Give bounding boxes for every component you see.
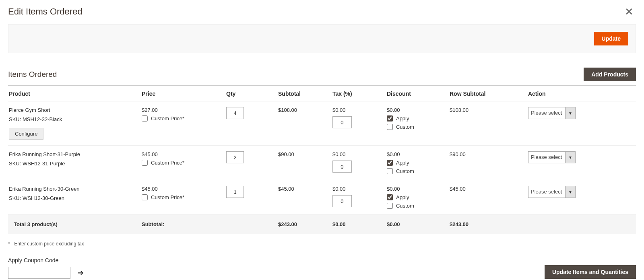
- totals-row: Total 3 product(s) Subtotal: $243.00 $0.…: [8, 215, 636, 234]
- discount-apply-checkbox[interactable]: [387, 194, 393, 200]
- discount-custom-label: Custom: [396, 203, 414, 209]
- action-select[interactable]: Please select▼: [528, 107, 576, 119]
- tax-amount: $0.00: [332, 186, 383, 192]
- product-name: Erika Running Short-31-Purple: [9, 151, 138, 157]
- totals-discount: $0.00: [386, 215, 449, 234]
- product-sku: SKU: WSH12-30-Green: [9, 195, 138, 201]
- discount-apply-label: Apply: [396, 115, 409, 121]
- discount-amount: $0.00: [387, 186, 446, 192]
- items-table: Product Price Qty Subtotal Tax (%) Disco…: [8, 86, 636, 234]
- qty-input[interactable]: [226, 186, 244, 198]
- col-qty: Qty: [225, 86, 277, 101]
- product-sku: SKU: MSH12-32-Black: [9, 116, 138, 122]
- top-action-bar: Update: [8, 24, 636, 53]
- totals-subtotal-label: Subtotal:: [141, 215, 225, 234]
- action-select[interactable]: Please select▼: [528, 151, 576, 163]
- subtotal-value: $45.00: [277, 180, 332, 215]
- totals-label: Total 3 product(s): [8, 215, 141, 234]
- subtotal-value: $108.00: [277, 101, 332, 146]
- col-product: Product: [8, 86, 141, 101]
- custom-price-checkbox[interactable]: [142, 194, 148, 200]
- col-discount: Discount: [386, 86, 449, 101]
- price-value: $27.00: [142, 107, 222, 113]
- configure-button[interactable]: Configure: [9, 128, 43, 140]
- product-name: Pierce Gym Short: [9, 107, 138, 113]
- row-subtotal-value: $90.00: [449, 146, 527, 180]
- tax-percent-input[interactable]: [332, 161, 352, 173]
- update-items-button[interactable]: Update Items and Quantities: [545, 265, 636, 279]
- subtotal-value: $90.00: [277, 146, 332, 180]
- tax-amount: $0.00: [332, 151, 383, 157]
- table-row: Erika Running Short-31-PurpleSKU: WSH12-…: [8, 146, 636, 180]
- product-sku: SKU: WSH12-31-Purple: [9, 161, 138, 167]
- coupon-label: Apply Coupon Code: [8, 257, 84, 264]
- discount-amount: $0.00: [387, 151, 446, 157]
- discount-apply-label: Apply: [396, 160, 409, 166]
- price-value: $45.00: [142, 151, 222, 157]
- qty-input[interactable]: [226, 107, 244, 119]
- col-price: Price: [141, 86, 225, 101]
- discount-apply-checkbox[interactable]: [387, 160, 393, 166]
- footnote: * - Enter custom price excluding tax: [8, 241, 636, 247]
- discount-apply-checkbox[interactable]: [387, 115, 393, 121]
- discount-custom-label: Custom: [396, 168, 414, 174]
- custom-price-label: Custom Price*: [151, 194, 184, 200]
- chevron-down-icon[interactable]: ▼: [565, 186, 576, 198]
- section-title: Items Ordered: [8, 70, 57, 79]
- apply-coupon-icon[interactable]: ➔: [78, 268, 84, 277]
- update-button[interactable]: Update: [594, 32, 628, 45]
- totals-subtotal: $243.00: [277, 215, 332, 234]
- price-value: $45.00: [142, 186, 222, 192]
- custom-price-checkbox[interactable]: [142, 160, 148, 166]
- table-row: Erika Running Short-30-GreenSKU: WSH12-3…: [8, 180, 636, 215]
- tax-amount: $0.00: [332, 107, 383, 113]
- row-subtotal-value: $108.00: [449, 101, 527, 146]
- row-subtotal-value: $45.00: [449, 180, 527, 215]
- discount-amount: $0.00: [387, 107, 446, 113]
- col-tax: Tax (%): [332, 86, 386, 101]
- custom-price-label: Custom Price*: [151, 115, 184, 121]
- page-title: Edit Items Ordered: [8, 6, 83, 17]
- add-products-button[interactable]: Add Products: [584, 68, 636, 81]
- discount-custom-checkbox[interactable]: [387, 203, 393, 209]
- tax-percent-input[interactable]: [332, 195, 352, 207]
- col-rowsub: Row Subtotal: [449, 86, 527, 101]
- discount-custom-label: Custom: [396, 124, 414, 130]
- totals-row-subtotal: $243.00: [449, 215, 527, 234]
- close-icon[interactable]: ✕: [625, 6, 636, 17]
- table-row: Pierce Gym ShortSKU: MSH12-32-BlackConfi…: [8, 101, 636, 146]
- product-name: Erika Running Short-30-Green: [9, 186, 138, 192]
- tax-percent-input[interactable]: [332, 116, 352, 128]
- custom-price-label: Custom Price*: [151, 160, 184, 166]
- custom-price-checkbox[interactable]: [142, 115, 148, 121]
- discount-custom-checkbox[interactable]: [387, 168, 393, 174]
- col-subtotal: Subtotal: [277, 86, 332, 101]
- chevron-down-icon[interactable]: ▼: [565, 151, 576, 163]
- discount-apply-label: Apply: [396, 194, 409, 200]
- discount-custom-checkbox[interactable]: [387, 124, 393, 130]
- col-action: Action: [527, 86, 636, 101]
- coupon-input[interactable]: [8, 267, 70, 279]
- totals-tax: $0.00: [332, 215, 386, 234]
- qty-input[interactable]: [226, 151, 244, 163]
- action-select[interactable]: Please select▼: [528, 186, 576, 198]
- chevron-down-icon[interactable]: ▼: [565, 107, 576, 119]
